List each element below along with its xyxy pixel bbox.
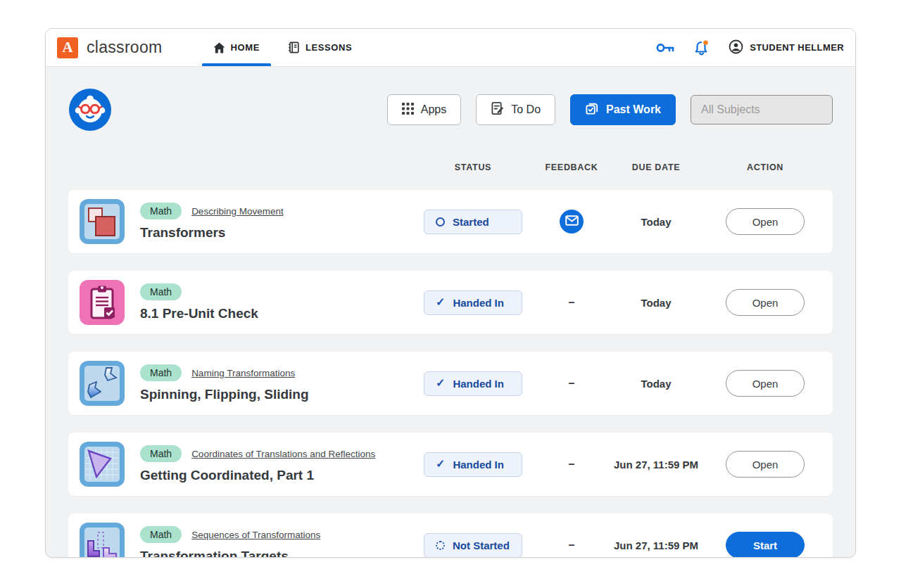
assignment-thumbnail-squares: [80, 199, 125, 244]
due-date-column-header: DUE DATE: [603, 162, 709, 172]
subject-filter-value: All Subjects: [701, 103, 760, 116]
account-menu[interactable]: STUDENT HELLMER: [729, 39, 844, 56]
assignment-row: Math Sequences of Transformations Transf…: [68, 513, 833, 558]
action-column-header: ACTION: [709, 162, 821, 172]
status-badge: ✓ Handed In: [424, 371, 522, 396]
open-button[interactable]: Open: [726, 289, 805, 316]
assignment-row: Math Describing Movement Transformers St…: [68, 190, 833, 253]
apps-button-label: Apps: [421, 103, 446, 116]
assignment-info: Math Describing Movement Transformers: [125, 203, 406, 241]
status-label: Handed In: [453, 459, 504, 471]
key-icon[interactable]: [656, 42, 675, 53]
due-date: Today: [641, 216, 671, 228]
past-work-button[interactable]: Past Work: [570, 94, 676, 125]
assignment-info: Math Naming Transformations Spinning, Fl…: [125, 364, 406, 402]
subject-badge: Math: [140, 526, 182, 543]
no-feedback-dash: –: [569, 377, 575, 390]
lesson-link[interactable]: Sequences of Transformations: [191, 530, 320, 540]
todo-button[interactable]: To Do: [476, 94, 555, 125]
topbar-actions: STUDENT HELLMER: [656, 29, 844, 66]
open-button[interactable]: Open: [726, 208, 805, 235]
home-icon: [213, 42, 225, 53]
assignment-title: Transformers: [140, 225, 406, 241]
status-badge: Started: [424, 210, 522, 234]
assignment-info: Math 8.1 Pre-Unit Check: [125, 283, 406, 321]
brand-logo-icon: A: [57, 37, 78, 58]
assignment-title: 8.1 Pre-Unit Check: [140, 306, 406, 321]
assignment-thumbnail-polygons: [80, 361, 125, 406]
assignment-title: Transformation Targets: [140, 549, 406, 558]
table-header-row: STATUS FEEDBACK DUE DATE ACTION: [68, 162, 833, 172]
status-label: Handed In: [453, 297, 504, 309]
assignment-thumbnail-clipboard: [80, 280, 125, 325]
no-feedback-dash: –: [569, 539, 575, 551]
assignment-row: Math Naming Transformations Spinning, Fl…: [68, 352, 833, 415]
assignment-thumbnail-l-shapes: [80, 523, 125, 558]
tab-home-label: HOME: [231, 42, 260, 53]
account-name: STUDENT HELLMER: [750, 42, 844, 53]
brand: A classroom: [57, 29, 163, 66]
check-icon: ✓: [436, 459, 445, 470]
lesson-link[interactable]: Describing Movement: [191, 206, 284, 217]
view-toolbar: Apps To Do: [387, 94, 833, 125]
lesson-link[interactable]: Coordinates of Translations and Reflecti…: [191, 449, 375, 459]
status-badge: ✓ Handed In: [424, 290, 522, 315]
check-icon: ✓: [436, 297, 445, 308]
student-avatar: [68, 88, 112, 132]
due-date: Jun 27, 11:59 PM: [614, 459, 698, 471]
tab-lessons[interactable]: LESSONS: [274, 29, 366, 66]
due-date: Today: [641, 378, 671, 390]
status-column-header: STATUS: [406, 162, 540, 172]
primary-nav: HOME LESSONS: [199, 29, 367, 66]
status-label: Handed In: [453, 378, 504, 390]
apps-grid-icon: [402, 103, 414, 117]
tab-lessons-label: LESSONS: [305, 42, 352, 53]
envelope-icon: [565, 215, 579, 229]
feedback-message-button[interactable]: [560, 210, 584, 234]
past-work-icon: [585, 101, 599, 118]
app-window: A classroom HOME: [45, 28, 856, 558]
status-badge: ✓ Handed In: [424, 452, 522, 477]
assignment-info: Math Coordinates of Translations and Ref…: [125, 445, 406, 483]
circle-outline-icon: [436, 217, 445, 226]
no-feedback-dash: –: [569, 296, 575, 309]
lessons-icon: [288, 41, 300, 53]
assignment-title: Spinning, Flipping, Sliding: [140, 387, 406, 402]
feedback-column-header: FEEDBACK: [540, 162, 603, 172]
subject-badge: Math: [140, 283, 182, 300]
assignment-thumbnail-triangle: [80, 442, 125, 487]
hero-row: Apps To Do: [68, 88, 833, 132]
status-label: Started: [453, 216, 489, 228]
notifications-bell-icon[interactable]: [693, 40, 710, 56]
due-date: Today: [641, 297, 671, 309]
apps-button[interactable]: Apps: [387, 94, 461, 125]
main-content: Apps To Do: [46, 67, 855, 558]
open-button[interactable]: Open: [726, 370, 805, 397]
status-label: Not Started: [453, 539, 510, 551]
assignment-row: Math Coordinates of Translations and Ref…: [68, 433, 833, 496]
assignment-title: Getting Coordinated, Part 1: [140, 468, 406, 483]
todo-button-label: To Do: [511, 103, 541, 116]
tab-home[interactable]: HOME: [199, 29, 274, 66]
subject-badge: Math: [140, 203, 182, 219]
assignment-row: Math 8.1 Pre-Unit Check ✓ Handed In – To…: [68, 271, 833, 334]
lesson-link[interactable]: Naming Transformations: [191, 368, 295, 378]
subject-badge: Math: [140, 445, 182, 462]
brand-name: classroom: [87, 38, 163, 57]
start-button[interactable]: Start: [726, 532, 805, 558]
dotted-circle-icon: [436, 541, 445, 550]
status-badge: Not Started: [424, 533, 522, 558]
assignment-info: Math Sequences of Transformations Transf…: [125, 526, 406, 558]
open-button[interactable]: Open: [726, 451, 805, 478]
subject-badge: Math: [140, 364, 182, 381]
past-work-button-label: Past Work: [606, 103, 661, 116]
todo-list-icon: [491, 101, 504, 118]
subject-filter-select[interactable]: All Subjects: [691, 95, 833, 124]
no-feedback-dash: –: [569, 458, 575, 471]
account-icon: [729, 39, 743, 56]
due-date: Jun 27, 11:59 PM: [614, 539, 698, 551]
top-navigation-bar: A classroom HOME: [46, 29, 855, 67]
check-icon: ✓: [436, 378, 445, 389]
